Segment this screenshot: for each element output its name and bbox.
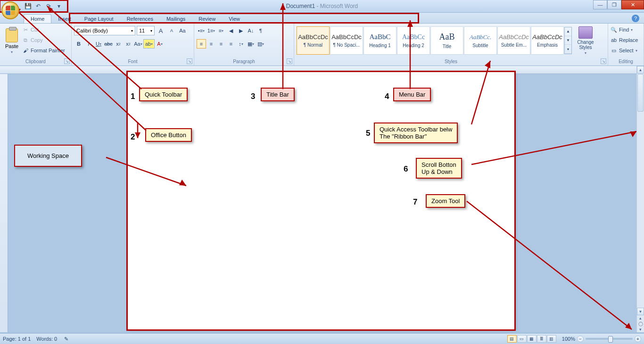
shading-button[interactable]: ▦ xyxy=(246,39,256,49)
group-styles: AaBbCcDc¶ Normal AaBbCcDc¶ No Spaci... A… xyxy=(294,24,608,66)
styles-expand[interactable]: ▲▼▾ xyxy=(564,27,572,54)
align-right-button[interactable]: ≡ xyxy=(216,39,226,49)
label-3: 3 xyxy=(251,92,255,101)
replace-button[interactable]: abReplace xyxy=(611,35,641,45)
status-words[interactable]: Words: 0 xyxy=(36,336,57,342)
copy-icon: ⧉ xyxy=(22,37,29,43)
office-button[interactable] xyxy=(1,1,19,19)
vertical-scrollbar[interactable]: ▲ ▼ ▴ ◯ ▾ xyxy=(636,66,644,332)
cut-button[interactable]: ✂Cut xyxy=(22,25,65,34)
next-page-button[interactable]: ▾ xyxy=(637,327,644,332)
annotation-outline-menubar xyxy=(69,13,419,24)
font-launcher[interactable]: ↘ xyxy=(187,58,192,64)
line-spacing-button[interactable]: ↕ xyxy=(236,39,246,49)
zoom-slider[interactable] xyxy=(586,338,633,340)
status-page[interactable]: Page: 1 of 1 xyxy=(3,336,31,342)
justify-button[interactable]: ≡ xyxy=(226,39,236,49)
browse-object-button[interactable]: ◯ xyxy=(637,321,644,327)
close-button[interactable]: ✕ xyxy=(621,0,644,9)
ribbon: Paste ✂Cut ⧉Copy 🖌Format Painter Clipboa… xyxy=(0,24,644,66)
decrease-indent-button[interactable]: ◀ xyxy=(226,26,236,35)
zoom-controls: 100% − + xyxy=(562,336,641,342)
multilevel-button[interactable]: ≡ xyxy=(216,26,226,35)
tab-home[interactable]: Home xyxy=(24,14,51,23)
paste-icon xyxy=(6,28,18,42)
style-heading-2[interactable]: AaBbCcHeading 2 xyxy=(397,26,430,55)
view-full-screen[interactable]: ▭ xyxy=(517,335,527,343)
style-subtitle[interactable]: AaBbCc.Subtitle xyxy=(464,26,497,55)
underline-button[interactable]: U xyxy=(94,39,103,49)
previous-page-button[interactable]: ▴ xyxy=(637,315,644,321)
style-emphasis[interactable]: AaBbCcDcEmphasis xyxy=(531,26,564,55)
copy-button[interactable]: ⧉Copy xyxy=(22,35,65,45)
minimize-button[interactable]: — xyxy=(593,0,607,9)
group-label: Styles xyxy=(294,58,608,65)
view-draft[interactable]: ▥ xyxy=(547,335,556,343)
format-painter-button[interactable]: 🖌Format Painter xyxy=(22,46,65,55)
scroll-up-button[interactable]: ▲ xyxy=(637,66,644,74)
group-editing: 🔍Find abReplace ▭Select Editing xyxy=(608,24,644,66)
view-print-layout[interactable]: ▤ xyxy=(507,335,517,343)
highlight-button[interactable]: ab xyxy=(143,39,155,49)
group-label: Font xyxy=(72,58,194,65)
align-center-button[interactable]: ≡ xyxy=(206,39,216,49)
callout-title-bar: Title Bar xyxy=(261,88,295,101)
scroll-thumb[interactable] xyxy=(637,74,644,112)
clear-formatting-button[interactable]: Aa xyxy=(178,26,187,35)
svg-marker-11 xyxy=(630,131,636,137)
increase-indent-button[interactable]: ▶ xyxy=(236,26,246,35)
brush-icon: 🖌 xyxy=(22,47,29,54)
view-outline[interactable]: ≣ xyxy=(537,335,546,343)
grow-font-button[interactable]: A xyxy=(156,26,165,35)
superscript-button[interactable]: x2 xyxy=(124,39,133,49)
zoom-level[interactable]: 100% xyxy=(562,336,575,342)
style-subtle-emphasis[interactable]: AaBbCcDcSubtle Em... xyxy=(497,26,530,55)
show-marks-button[interactable]: ¶ xyxy=(256,26,265,35)
italic-button[interactable]: I xyxy=(84,39,93,49)
status-bar: Page: 1 of 1 Words: 0 ✎ ▤ ▭ ▦ ≣ ▥ 100% −… xyxy=(0,333,644,344)
paragraph-launcher[interactable]: ↘ xyxy=(287,58,292,64)
callout-zoom-tool: Zoom Tool xyxy=(426,194,465,208)
style-normal[interactable]: AaBbCcDc¶ Normal xyxy=(297,26,330,55)
view-buttons: ▤ ▭ ▦ ≣ ▥ xyxy=(507,335,556,343)
callout-menu-bar: Menu Bar xyxy=(393,88,431,101)
label-6: 6 xyxy=(404,164,408,174)
align-left-button[interactable]: ≡ xyxy=(197,39,206,49)
font-color-button[interactable]: A xyxy=(155,39,165,49)
callout-scroll-buttons: Scroll Botton Up & Down xyxy=(416,158,462,179)
group-label: Paragraph xyxy=(194,58,294,65)
borders-button[interactable]: ▧ xyxy=(256,39,265,49)
numbering-button[interactable]: 1≡ xyxy=(206,26,216,35)
bold-button[interactable]: B xyxy=(74,39,83,49)
help-button[interactable]: ? xyxy=(632,15,639,22)
sort-button[interactable]: A↓ xyxy=(246,26,256,35)
find-button[interactable]: 🔍Find xyxy=(611,25,641,34)
zoom-out-button[interactable]: − xyxy=(577,336,584,342)
font-name-combo[interactable]: Calibri (Body)▾ xyxy=(74,26,135,35)
zoom-in-button[interactable]: + xyxy=(635,336,641,342)
strikethrough-button[interactable]: abc xyxy=(104,39,113,49)
select-button[interactable]: ▭Select xyxy=(611,46,641,55)
vertical-ruler[interactable] xyxy=(0,74,8,332)
maximize-button[interactable]: ❐ xyxy=(607,0,621,9)
proofing-icon[interactable]: ✎ xyxy=(63,336,69,342)
subscript-button[interactable]: x2 xyxy=(114,39,123,49)
font-size-combo[interactable]: 11▾ xyxy=(137,26,155,35)
paste-button[interactable]: Paste xyxy=(2,25,21,57)
bullets-button[interactable]: •≡ xyxy=(197,26,206,35)
clipboard-launcher[interactable]: ↘ xyxy=(64,58,70,64)
view-web-layout[interactable]: ▦ xyxy=(527,335,537,343)
svg-marker-13 xyxy=(625,323,632,329)
document-area: 1 Quick Toolbar 2 Office Button 3 Title … xyxy=(0,66,644,332)
style-no-spacing[interactable]: AaBbCcDc¶ No Spaci... xyxy=(330,26,363,55)
shrink-font-button[interactable]: A xyxy=(167,26,176,35)
scroll-down-button[interactable]: ▼ xyxy=(637,308,644,315)
style-heading-1[interactable]: AaBbCHeading 1 xyxy=(363,26,396,55)
document-name: Document1 xyxy=(286,3,315,9)
app-name: Microsoft Word xyxy=(320,3,358,9)
change-styles-button[interactable]: Change Styles xyxy=(572,26,599,55)
styles-launcher[interactable]: ↘ xyxy=(601,58,606,64)
style-title[interactable]: AaBTitle xyxy=(430,26,463,55)
label-4: 4 xyxy=(385,92,389,101)
change-case-button[interactable]: Aa xyxy=(133,39,143,49)
